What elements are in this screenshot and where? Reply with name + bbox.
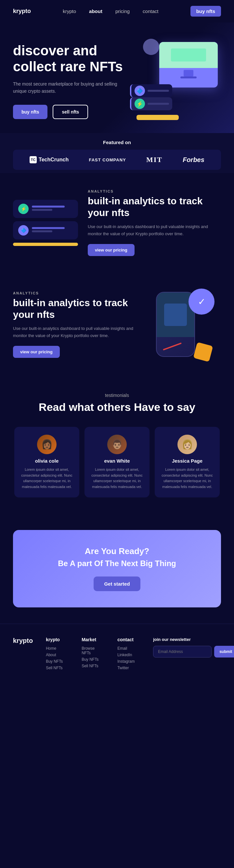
footer-link-email[interactable]: Email <box>117 646 140 651</box>
hero-left: discover and collect rare NFTs The most … <box>13 43 124 119</box>
analytics-card-1: ⚡ <box>13 200 78 218</box>
footer-col-title-0: krypto <box>46 637 69 642</box>
footer-link-market-sell[interactable]: Sell NFTs <box>81 664 104 668</box>
footer-link-browse[interactable]: Browse NFTs <box>81 646 104 655</box>
hero-subtitle: The most secure marketplace for buying a… <box>13 80 124 95</box>
bar-long-1 <box>32 206 65 208</box>
cta-line1: Are You Ready? <box>23 546 211 556</box>
floating-line <box>147 103 169 105</box>
footer-link-twitter[interactable]: Twitter <box>117 665 140 670</box>
testimonial-card-1: 👨🏽 evan White Lorem ipsum dolor sit amet… <box>85 427 149 497</box>
floating-line-2 <box>147 90 169 92</box>
hero-section: discover and collect rare NFTs The most … <box>0 23 234 133</box>
analytics-icon-purple: 🔷 <box>18 225 29 236</box>
monitor-screen-inner <box>171 49 206 61</box>
testimonial-name-1: evan White <box>90 458 144 464</box>
hero-3d-art: ⚡ 🔷 <box>130 39 221 123</box>
cta-btn[interactable]: Get started <box>94 577 140 591</box>
analytics2-graphic: ✓ <box>149 288 221 360</box>
newsletter-input[interactable] <box>153 646 211 657</box>
avatar-evan: 👨🏽 <box>107 435 127 454</box>
testimonial-name-2: Jessica Page <box>161 458 214 464</box>
analytics-section-1: ⚡ 🔷 ANALYTICS built-in analytics to trac… <box>0 173 234 272</box>
phone-illustration: ✓ <box>156 288 214 360</box>
monitor-screen <box>159 42 218 68</box>
footer-col-krypto: krypto Home About Buy NFTs Sell NFTs <box>46 637 69 672</box>
analytics1-btn[interactable]: view our pricing <box>88 244 135 256</box>
avatar-olivia: 👩🏾 <box>37 435 57 454</box>
nav-contact[interactable]: contact <box>143 8 158 14</box>
analytics-card-2: 🔷 <box>13 221 78 240</box>
analytics2-text: ANALYTICS built-in analytics to track yo… <box>13 291 140 358</box>
footer-col-title-1: Market <box>81 637 104 642</box>
circle-big-purple: ✓ <box>189 288 214 315</box>
hero-sell-btn[interactable]: sell nfts <box>53 105 88 119</box>
cta-line2: Be A part Of The Next Big Thing <box>23 558 211 568</box>
analytics1-graphic: ⚡ 🔷 <box>13 200 78 246</box>
nav-logo[interactable]: krypto <box>13 8 31 14</box>
newsletter-submit-btn[interactable]: submit <box>214 646 234 657</box>
navbar: krypto krypto about pricing contact buy … <box>0 0 234 23</box>
footer-col-title-2: contact <box>117 637 140 642</box>
footer-newsletter: join our newsletter submit <box>153 637 234 672</box>
analytics1-text: ANALYTICS built-in analytics to track yo… <box>88 189 221 256</box>
floating-dot-1: ⚡ <box>135 99 145 109</box>
analytics-section-2: ANALYTICS built-in analytics to track yo… <box>0 272 234 376</box>
footer-col-contact: contact Email LinkedIn Instagram Twitter <box>117 637 140 672</box>
newsletter-form: submit <box>153 646 234 657</box>
analytics1-desc: Use our built-in analytics dashboard to … <box>88 223 221 238</box>
analytics1-title: built-in analytics to track your nfts <box>88 195 221 219</box>
footer-link-buy-nfts[interactable]: Buy NFTs <box>46 659 69 664</box>
testimonials-cards: 👩🏾 olivia cole Lorem ipsum dolor sit ame… <box>13 427 221 497</box>
footer-link-sell-nfts[interactable]: Sell NFTs <box>46 665 69 670</box>
analytics2-tag: ANALYTICS <box>13 291 140 295</box>
cta-section: Are You Ready? Be A part Of The Next Big… <box>13 530 221 607</box>
bar-long-2 <box>32 227 65 229</box>
hero-buttons: buy nfts sell nfts <box>13 105 124 119</box>
testimonials-tag: testimonials <box>13 393 221 398</box>
hero-illustration: ⚡ 🔷 <box>130 39 221 123</box>
forbes-label: Forbes <box>182 156 204 164</box>
footer-col-market: Market Browse NFTs Buy NFTs Sell NFTs <box>81 637 104 672</box>
footer-link-home[interactable]: Home <box>46 646 69 651</box>
avatar-jessica: 👩🏼 <box>177 435 197 454</box>
monitor-base <box>180 76 197 79</box>
footer-link-about[interactable]: About <box>46 653 69 657</box>
featured-logos: TC TechCrunch FAST COMPANY MIT Forbes <box>13 150 221 170</box>
testimonial-card-2: 👩🏼 Jessica Page Lorem ipsum dolor sit am… <box>155 427 220 497</box>
tc-icon: TC <box>30 156 37 163</box>
nav-about[interactable]: about <box>89 8 102 14</box>
footer-logo: krypto <box>13 637 33 644</box>
nav-buy-nfts[interactable]: buy nfts <box>191 6 221 17</box>
mit-label: MIT <box>146 156 163 164</box>
bar-short-2 <box>32 230 52 232</box>
footer: krypto krypto Home About Buy NFTs Sell N… <box>0 624 234 692</box>
circle-decoration <box>143 39 159 55</box>
logo-forbes: Forbes <box>182 156 204 164</box>
featured-label: Featured on <box>13 140 221 145</box>
monitor-card <box>159 42 218 88</box>
testimonials-title: Read what others Have to say <box>13 401 221 414</box>
footer-link-linkedin[interactable]: LinkedIn <box>117 653 140 657</box>
bar-short-1 <box>32 209 52 211</box>
testimonial-text-2: Lorem ipsum dolor sit amet, consectetur … <box>161 467 214 490</box>
logo-techcrunch: TC TechCrunch <box>30 156 69 163</box>
nav-pricing[interactable]: pricing <box>115 8 130 14</box>
analytics2-btn[interactable]: view our pricing <box>13 346 60 358</box>
testimonial-name-0: olivia cole <box>20 458 73 464</box>
hero-buy-btn[interactable]: buy nfts <box>13 105 47 119</box>
hero-title: discover and collect rare NFTs <box>13 43 124 74</box>
footer-link-instagram[interactable]: Instagram <box>117 659 140 664</box>
footer-link-market-buy[interactable]: Buy NFTs <box>81 657 104 662</box>
analytics2-title: built-in analytics to track your nfts <box>13 297 140 320</box>
floating-card-1: ⚡ <box>130 97 172 110</box>
analytics1-tag: ANALYTICS <box>88 189 221 193</box>
monitor-stand <box>183 70 193 76</box>
floating-dot-2: 🔷 <box>135 86 145 96</box>
nav-krypto[interactable]: krypto <box>63 8 76 14</box>
testimonial-card-0: 👩🏾 olivia cole Lorem ipsum dolor sit ame… <box>14 427 79 497</box>
bar-yellow <box>13 243 78 246</box>
floating-bar-yellow <box>136 115 179 120</box>
analytics2-desc: Use our built-in analytics dashboard to … <box>13 325 140 339</box>
footer-logo-col: krypto <box>13 637 33 672</box>
